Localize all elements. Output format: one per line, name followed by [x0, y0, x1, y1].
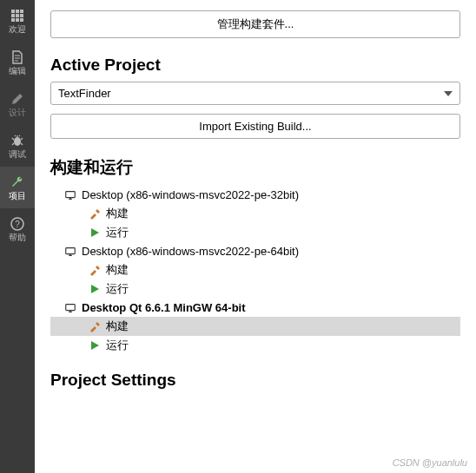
project-select-value: TextFinder — [58, 87, 111, 100]
run-action[interactable]: 运行 — [50, 336, 460, 355]
sidebar-item-design[interactable]: 设计 — [0, 83, 35, 125]
build-action[interactable]: 构建 — [50, 260, 460, 279]
build-action[interactable]: 构建 — [50, 204, 460, 223]
sidebar-item-label: 项目 — [9, 192, 26, 200]
svg-rect-3 — [11, 14, 15, 17]
svg-rect-1 — [16, 10, 19, 13]
kit-item[interactable]: Desktop (x86-windows-msvc2022-pe-64bit) — [50, 242, 460, 260]
build-action[interactable]: 构建 — [50, 317, 460, 336]
chevron-down-icon — [444, 91, 453, 96]
action-label: 构建 — [106, 262, 129, 278]
build-run-heading: 构建和运行 — [50, 156, 460, 179]
kit-name: Desktop (x86-windows-msvc2022-pe-64bit) — [82, 245, 299, 258]
import-build-button[interactable]: Import Existing Build... — [50, 114, 460, 139]
action-label: 运行 — [106, 338, 129, 353]
kit-item[interactable]: Desktop Qt 6.6.1 MinGW 64-bit — [50, 299, 460, 317]
svg-rect-0 — [11, 10, 15, 13]
action-label: 运行 — [106, 281, 129, 297]
monitor-icon — [64, 302, 76, 314]
action-label: 构建 — [106, 206, 129, 221]
sidebar-item-edit[interactable]: 编辑 — [0, 42, 35, 83]
svg-rect-8 — [20, 18, 23, 22]
svg-rect-6 — [11, 18, 15, 22]
kits-tree: Desktop (x86-windows-msvc2022-pe-32bit)构… — [50, 186, 460, 355]
project-select[interactable]: TextFinder — [50, 82, 460, 105]
svg-rect-14 — [66, 304, 76, 310]
sidebar-item-label: 设计 — [9, 108, 26, 117]
bug-icon — [10, 133, 25, 148]
pencil-icon — [10, 91, 25, 107]
question-icon: ? — [10, 216, 25, 232]
kit-item[interactable]: Desktop (x86-windows-msvc2022-pe-32bit) — [50, 186, 460, 204]
kit-name: Desktop Qt 6.6.1 MinGW 64-bit — [82, 301, 246, 314]
sidebar-item-debug[interactable]: 调试 — [0, 125, 35, 167]
sidebar-item-projects[interactable]: 项目 — [0, 167, 35, 208]
active-project-heading: Active Project — [50, 56, 460, 75]
sidebar-item-label: 调试 — [9, 150, 26, 159]
svg-rect-13 — [66, 247, 76, 253]
document-icon — [10, 49, 25, 65]
hammer-icon — [89, 207, 101, 220]
svg-rect-2 — [20, 10, 23, 13]
svg-rect-4 — [16, 14, 19, 17]
run-action[interactable]: 运行 — [50, 223, 460, 242]
sidebar: 欢迎 编辑 设计 调试 项目 ? 帮助 — [0, 0, 35, 473]
svg-rect-5 — [20, 14, 23, 17]
monitor-icon — [64, 246, 76, 258]
svg-point-9 — [14, 137, 21, 146]
play-icon — [89, 339, 101, 351]
sidebar-item-label: 帮助 — [9, 233, 26, 242]
kit-name: Desktop (x86-windows-msvc2022-pe-32bit) — [82, 188, 299, 201]
sidebar-item-label: 欢迎 — [9, 25, 26, 34]
sidebar-item-welcome[interactable]: 欢迎 — [0, 0, 35, 42]
grid-icon — [10, 8, 25, 23]
svg-rect-7 — [16, 18, 19, 22]
hammer-icon — [89, 264, 101, 276]
play-icon — [89, 283, 101, 295]
svg-text:?: ? — [15, 220, 20, 229]
watermark: CSDN @yuanlulu — [393, 457, 467, 468]
wrench-icon — [10, 174, 25, 190]
project-settings-heading: Project Settings — [50, 371, 460, 390]
action-label: 构建 — [106, 319, 129, 334]
svg-rect-12 — [66, 191, 76, 197]
main-panel: 管理构建套件... Active Project TextFinder Impo… — [35, 0, 476, 473]
sidebar-item-help[interactable]: ? 帮助 — [0, 208, 35, 250]
monitor-icon — [64, 189, 76, 201]
hammer-icon — [89, 320, 101, 332]
action-label: 运行 — [106, 225, 129, 240]
sidebar-item-label: 编辑 — [9, 67, 26, 76]
run-action[interactable]: 运行 — [50, 279, 460, 299]
play-icon — [89, 227, 101, 239]
manage-kits-button[interactable]: 管理构建套件... — [50, 10, 460, 38]
